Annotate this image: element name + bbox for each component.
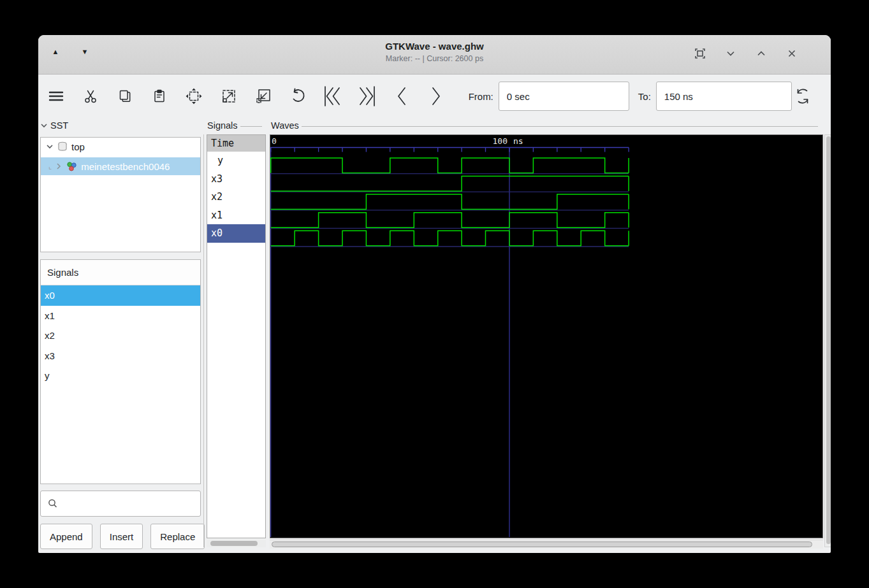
chevron-down-icon (40, 122, 48, 129)
waves-frame-label: Waves (271, 120, 818, 131)
time-header[interactable]: Time (207, 135, 265, 152)
list-item-x3[interactable]: x3 (41, 346, 200, 366)
signals-list-panel: Signals x0 x1 x2 x3 y (40, 259, 201, 484)
panel-splitter[interactable] (203, 134, 204, 547)
waveform-plot[interactable] (270, 135, 822, 538)
insert-button[interactable]: Insert (100, 524, 143, 549)
list-item-x1[interactable]: x1 (41, 306, 200, 326)
toolbar: From: To: (38, 75, 831, 118)
gtkwave-window: ▲ ▼ GTKWave - wave.ghw Marker: -- | Curs… (38, 35, 831, 553)
cut-icon[interactable] (79, 85, 101, 108)
name-column-frame-label: Signals (207, 120, 262, 131)
tree-item-top[interactable]: top (41, 138, 200, 155)
shift-right-icon[interactable] (425, 85, 447, 108)
paste-icon[interactable] (149, 85, 171, 108)
titlebar[interactable]: ▲ ▼ GTKWave - wave.ghw Marker: -- | Curs… (38, 35, 831, 75)
name-row-x3[interactable]: x3 (207, 170, 265, 189)
close-icon[interactable] (785, 47, 799, 61)
expander-closed-icon[interactable] (55, 162, 62, 170)
wave-vscrollbar[interactable] (824, 134, 831, 547)
testbench-icon (66, 161, 77, 172)
sst-header[interactable]: SST (40, 120, 68, 131)
search-input[interactable] (63, 498, 200, 509)
reload-icon[interactable] (792, 85, 814, 108)
to-label: To: (638, 91, 651, 102)
shift-left-icon[interactable] (390, 85, 413, 108)
append-button[interactable]: Append (40, 524, 92, 549)
scrollbar-thumb[interactable] (272, 541, 812, 547)
copy-icon[interactable] (113, 85, 136, 108)
timescale-100: 100 (469, 136, 508, 146)
sst-tree: top ⌞ meinetestbench0046 (40, 137, 201, 252)
scrollbar-thumb[interactable] (826, 136, 831, 544)
signals-list-header: Signals (41, 260, 200, 285)
wave-hscrollbar[interactable] (270, 540, 823, 549)
replace-button[interactable]: Replace (150, 524, 205, 549)
expander-open-icon[interactable] (46, 143, 54, 150)
zoom-in-icon[interactable] (217, 85, 240, 108)
to-input[interactable] (656, 82, 792, 111)
undo-icon[interactable] (287, 85, 309, 108)
tree-guide-lines: ⌞ (48, 162, 51, 171)
skip-to-end-icon[interactable] (356, 85, 378, 108)
list-item-y[interactable]: y (41, 366, 200, 386)
maximize-icon[interactable] (693, 47, 707, 61)
from-input[interactable] (499, 82, 629, 111)
from-label: From: (469, 91, 493, 102)
list-item-x2[interactable]: x2 (41, 326, 200, 346)
timescale-origin: 0 (272, 136, 277, 146)
signal-search-box[interactable] (40, 491, 201, 517)
name-column-hscrollbar[interactable] (207, 540, 266, 547)
name-row-x2[interactable]: x2 (207, 188, 265, 206)
scrollbar-thumb[interactable] (210, 541, 258, 546)
zoom-fit-icon[interactable] (183, 85, 205, 108)
tree-item-meinetestbench0046[interactable]: ⌞ meinetestbench0046 (41, 157, 200, 175)
minimize-icon[interactable] (724, 47, 738, 61)
menu-icon[interactable] (45, 85, 67, 108)
restore-icon[interactable] (754, 47, 768, 61)
zoom-out-icon[interactable] (252, 85, 274, 108)
timescale-unit: ns (513, 136, 523, 146)
name-row-y[interactable]: y (207, 152, 265, 170)
skip-to-start-icon[interactable] (321, 85, 344, 108)
signal-name-column: Time y x3 x2 x1 x0 (207, 134, 266, 538)
module-icon (57, 141, 68, 152)
name-row-x0[interactable]: x0 (207, 224, 265, 243)
search-icon (47, 498, 58, 509)
name-row-x1[interactable]: x1 (207, 206, 265, 225)
list-item-x0[interactable]: x0 (41, 285, 200, 306)
wave-canvas[interactable]: 0 100 ns (270, 134, 823, 538)
